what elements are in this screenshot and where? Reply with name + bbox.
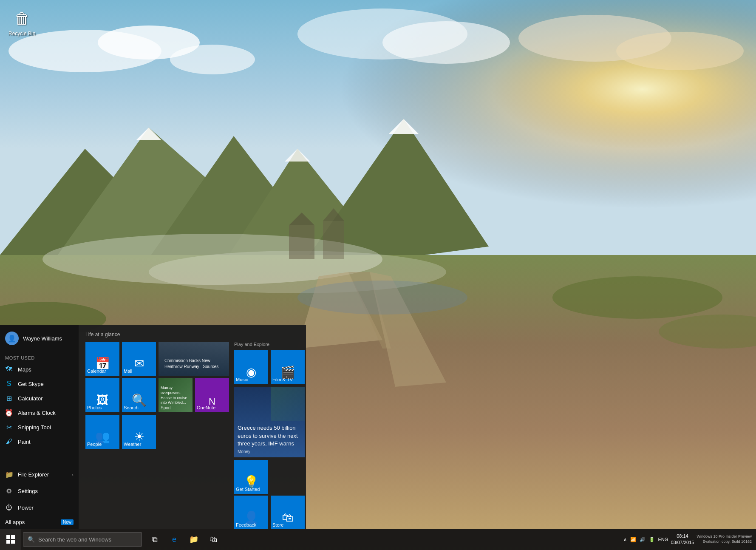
network-icon[interactable]: 📶 [630,537,636,542]
start-user[interactable]: 👤 Wayne Williams [0,325,79,352]
mail-icon: ✉ [134,357,144,371]
most-used-label: Most used [0,352,79,362]
file-explorer-label: File Explorer [18,471,49,478]
store-taskbar-icon: 🛍 [210,535,217,544]
all-apps-item[interactable]: All apps New [0,516,79,529]
build-info: Windows 10 Pro Insider Preview Evaluatio… [697,534,752,544]
search-tile[interactable]: 🔍 Search [122,378,156,412]
get-started-tile[interactable]: 💡 Get Started [234,460,268,494]
windows-icon [6,535,15,544]
store-taskbar-button[interactable]: 🛍 [204,529,223,550]
volume-icon[interactable]: 🔊 [640,537,646,542]
user-name: Wayne Williams [23,335,62,342]
app-item-skype[interactable]: S Get Skype [0,377,79,391]
money-news-tile[interactable]: Greece needs 50 billion euros to survive… [234,387,305,457]
svg-rect-23 [289,225,314,259]
svg-point-27 [297,281,467,315]
search-magnifier-icon: 🔍 [28,536,35,543]
app-label-paint: Paint [18,439,31,445]
snipping-icon: ✂ [5,423,13,431]
store-tile[interactable]: 🛍 Store [271,496,305,529]
task-view-button[interactable]: ⧉ [145,529,164,550]
all-apps-label: All apps [5,519,25,525]
app-list: 🗺 Maps S Get Skype ⊞ Calculator ⏰ Alarms… [0,362,79,466]
start-menu-left-panel: 👤 Wayne Williams Most used 🗺 Maps S Get … [0,325,79,529]
app-label-skype: Get Skype [18,381,44,387]
app-item-maps[interactable]: 🗺 Maps [0,362,79,377]
app-label-snipping: Snipping Tool [18,424,51,431]
taskbar-search[interactable]: 🔍 Search the web and Windows [23,532,142,547]
calculator-icon: ⊞ [5,394,13,402]
paint-icon: 🖌 [5,438,13,445]
file-explorer-icon: 📁 [5,471,13,479]
weather-tile[interactable]: ☀ Weather [122,415,156,449]
feedback-tile[interactable]: 👤 Feedback [234,496,268,529]
tray-up-arrow[interactable]: ∧ [623,537,627,542]
calendar-tile-label: Calendar [87,369,106,374]
music-tile[interactable]: ◉ Music [234,350,268,384]
svg-point-4 [170,45,255,74]
money-headline: Greece needs 50 billion euros to survive… [238,424,301,448]
user-avatar: 👤 [5,332,19,345]
app-label-alarms: Alarms & Clock [18,410,56,416]
people-tile[interactable]: 👥 People [85,415,119,449]
film-tile[interactable]: 🎬 Film & TV [271,350,305,384]
clock-time: 08:14 [671,533,694,539]
svg-point-29 [552,276,722,319]
clock-date: 03/07/2015 [671,539,694,546]
heathrow-tile-text: Commission Backs New Heathrow Runway - S… [162,355,226,372]
system-tray: ∧ 📶 🔊 🔋 ENG 08:14 03/07/2015 Windows 10 … [623,533,756,546]
money-tile-label: Money [238,449,301,454]
app-label-calculator: Calculator [18,395,43,402]
photos-tile[interactable]: 🖼 Photos [85,378,119,412]
heathrow-news-tile[interactable]: Commission Backs New Heathrow Runway - S… [159,342,229,376]
mail-tile[interactable]: ✉ Mail [122,342,156,376]
start-bottom: 📁 File Explorer › ⚙ Settings ⏻ Power All… [0,466,79,529]
skype-icon: S [5,380,13,388]
photos-tile-label: Photos [87,405,102,410]
system-clock[interactable]: 08:14 03/07/2015 [671,533,694,546]
app-item-calculator[interactable]: ⊞ Calculator [0,391,79,405]
music-tile-label: Music [236,377,248,382]
sport-tile[interactable]: Murray overpowers Haase to cruise into W… [159,378,193,412]
language-indicator[interactable]: ENG [658,537,668,542]
battery-icon[interactable]: 🔋 [649,537,655,542]
settings-item[interactable]: ⚙ Settings [0,483,79,499]
new-badge: New [61,519,74,525]
calendar-tile[interactable]: 📅 Calendar [85,342,119,376]
task-view-icon: ⧉ [152,535,158,544]
app-item-snipping[interactable]: ✂ Snipping Tool [0,420,79,434]
start-button[interactable] [0,529,21,550]
file-explorer-item[interactable]: 📁 File Explorer › [0,466,79,483]
recycle-bin[interactable]: 🗑 Recycle Bin [8,9,35,37]
recycle-bin-icon: 🗑 [12,9,32,29]
play-section-label: Play and Explore [234,342,306,347]
app-item-alarms[interactable]: ⏰ Alarms & Clock [0,405,79,420]
settings-label: Settings [18,488,38,494]
power-label: Power [18,505,34,511]
start-menu: 👤 Wayne Williams Most used 🗺 Maps S Get … [0,325,306,529]
search-tile-label: Search [124,405,139,410]
onenote-tile[interactable]: N OneNote [195,378,229,412]
edge-icon: e [172,535,176,544]
sport-tile-text: Murray overpowers Haase to cruise into W… [161,386,190,405]
taskbar-pinned-icons: ⧉ e 📁 🛍 [145,529,223,550]
film-tile-label: Film & TV [272,377,293,382]
build-line2: Evaluation copy. Build 10162 [697,539,752,544]
power-item[interactable]: ⏻ Power [0,499,79,516]
search-placeholder: Search the web and Windows [38,536,111,543]
edge-browser-button[interactable]: e [165,529,184,550]
maps-icon: 🗺 [5,366,13,373]
get-started-tile-label: Get Started [236,487,260,492]
taskbar: 🔍 Search the web and Windows ⧉ e 📁 🛍 [0,529,756,550]
file-explorer-taskbar-button[interactable]: 📁 [184,529,203,550]
app-item-paint[interactable]: 🖌 Paint [0,434,79,449]
alarms-icon: ⏰ [5,409,13,417]
store-tile-label: Store [272,522,283,527]
file-explorer-arrow: › [72,472,74,477]
life-section-label: Life at a glance [85,332,299,337]
start-menu-right-panel: Life at a glance 📅 Calendar ✉ Mail [79,325,306,529]
tray-icons: ∧ 📶 🔊 🔋 ENG [623,537,668,542]
svg-point-8 [616,32,744,70]
people-tile-label: People [87,442,102,447]
